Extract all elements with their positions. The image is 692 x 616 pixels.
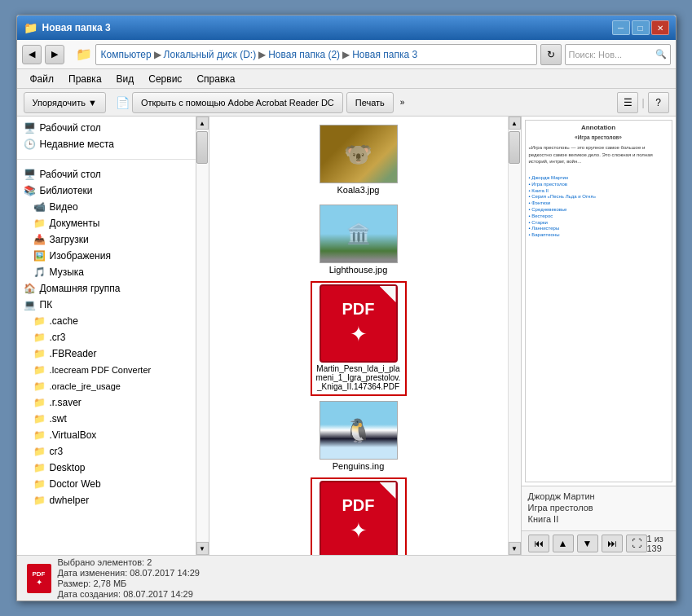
preview-document: Annotation «Игра престолов» «Игра престо… — [525, 120, 672, 482]
breadcrumb[interactable]: Компьютер ▶ Локальный диск (D:) ▶ Новая … — [95, 44, 537, 65]
open-with-adobe-button[interactable]: Открыть с помощью Adobe Acrobat Reader D… — [132, 92, 343, 113]
scroll-thumb[interactable] — [196, 131, 208, 164]
menu-help[interactable]: Справка — [190, 72, 241, 86]
pdf1-label: Martin_Pesn_Ida_i_plameni_1_Igra_prestol… — [314, 363, 403, 393]
file-koala[interactable]: 🐨 Koala3.jpg — [314, 125, 403, 196]
nav-oracle[interactable]: 📁 .oracle_jre_usage — [17, 378, 196, 394]
preview-fullscreen[interactable]: ⛶ — [626, 535, 647, 552]
nav-rsaver[interactable]: 📁 .r.saver — [17, 394, 196, 411]
nav-fbreader[interactable]: 📁 .FBReader — [17, 345, 196, 362]
organize-button[interactable]: Упорядочить ▼ — [24, 92, 106, 113]
nav-dwhelper[interactable]: 📁 dwhelper — [17, 492, 196, 508]
file-area: 🐨 Koala3.jpg 🏛️ Lighthouse.jpg PDF ✦ Mar… — [209, 117, 508, 555]
nav-virtualbox[interactable]: 📁 .VirtualBox — [17, 427, 196, 443]
menu-file[interactable]: Файл — [24, 72, 61, 86]
forward-button[interactable]: ▶ — [45, 45, 64, 64]
search-icon[interactable]: 🔍 — [655, 49, 667, 59]
maximize-button[interactable]: □ — [632, 20, 650, 35]
menu-tools[interactable]: Сервис — [142, 72, 188, 86]
nav-swt[interactable]: 📁 .swt — [17, 411, 196, 427]
nav-downloads[interactable]: 📥 Загрузки — [17, 231, 196, 248]
close-button[interactable]: ✕ — [651, 20, 669, 35]
preview-meta: Джордж Мартин Игра престолов Книга II — [522, 486, 676, 530]
scroll-track[interactable] — [196, 130, 209, 542]
folder-icecream-icon: 📁 — [33, 363, 46, 376]
preview-last-page[interactable]: ⏭ — [602, 535, 623, 552]
nav-pc[interactable]: 💻 ПК — [17, 297, 196, 313]
nav-doctorweb[interactable]: 📁 Doctor Web — [17, 476, 196, 492]
preview-first-page[interactable]: ⏮ — [528, 535, 549, 552]
title-bar-controls: ─ □ ✕ — [612, 20, 669, 35]
view-toggle-button[interactable]: ☰ — [617, 92, 638, 113]
folder-desktop-icon: 📁 — [33, 461, 46, 474]
menu-view[interactable]: Вид — [110, 72, 141, 86]
meta-title: Игра престолов — [528, 503, 669, 513]
folder-icon: 📁 — [76, 46, 92, 62]
breadcrumb-folder1[interactable]: Новая папка (2) — [268, 49, 340, 60]
monitor-icon: 🖥️ — [24, 121, 37, 134]
penguins-thumbnail: 🐧 — [320, 401, 398, 460]
preview-panel: Annotation «Игра престолов» «Игра престо… — [521, 117, 676, 555]
file-scroll-thumb[interactable] — [509, 131, 520, 164]
preview-next-page[interactable]: ▼ — [577, 535, 598, 552]
file-pdf1[interactable]: PDF ✦ Martin_Pesn_Ida_i_plameni_1_Igra_p… — [314, 284, 403, 393]
nav-libraries[interactable]: 📚 Библиотеки — [17, 183, 196, 199]
search-box[interactable]: Поиск: Нов... 🔍 — [565, 44, 671, 65]
breadcrumb-folder2[interactable]: Новая папка 3 — [352, 49, 417, 60]
folder-vbox-icon: 📁 — [33, 429, 46, 442]
status-pdf-icon: PDF ✦ — [27, 564, 51, 593]
koala-thumbnail: 🐨 — [320, 125, 398, 183]
main-content: 🖥️ Рабочий стол 🕒 Недавние места 🖥️ Рабо… — [17, 117, 676, 555]
nav-images[interactable]: 🖼️ Изображения — [17, 248, 196, 264]
file-scroll-track[interactable] — [509, 130, 521, 542]
left-scrollbar[interactable]: ▲ ▼ — [196, 117, 209, 555]
scroll-up-arrow[interactable]: ▲ — [196, 117, 209, 130]
preview-doc-content: «Игра престолов» «Игра престолов» — это … — [529, 134, 668, 239]
minimize-button[interactable]: ─ — [612, 20, 630, 35]
help-button[interactable]: ? — [648, 92, 669, 113]
more-tools-button[interactable]: » — [397, 98, 408, 107]
music-icon: 🎵 — [33, 266, 46, 279]
toolbar-sep: | — [641, 97, 644, 108]
meta-title-row: Игра престолов — [528, 503, 669, 513]
breadcrumb-disk[interactable]: Локальный диск (D:) — [164, 49, 257, 60]
nav-recent[interactable]: 🕒 Недавние места — [17, 136, 196, 152]
nav-video[interactable]: 📹 Видео — [17, 199, 196, 215]
nav-homegroup[interactable]: 🏠 Домашняя группа — [17, 280, 196, 297]
nav-cr3-2[interactable]: 📁 cr3 — [17, 443, 196, 460]
pc-icon: 💻 — [24, 298, 37, 311]
images-icon: 🖼️ — [33, 249, 46, 262]
nav-desktop-folder[interactable]: 📁 Desktop — [17, 460, 196, 476]
nav-cr3[interactable]: 📁 .cr3 — [17, 329, 196, 345]
meta-book: Книга II — [528, 514, 669, 524]
menu-edit[interactable]: Правка — [62, 72, 108, 86]
nav-documents[interactable]: 📁 Документы — [17, 215, 196, 231]
status-selected: Выбрано элементов: 2 — [58, 557, 200, 567]
file-scroll-up[interactable]: ▲ — [509, 117, 521, 130]
status-info: Выбрано элементов: 2 Дата изменения: 08.… — [58, 557, 200, 599]
folder-fbreader-icon: 📁 — [33, 347, 46, 360]
file-penguins[interactable]: 🐧 Penguins.ing — [314, 401, 403, 473]
nav-cache[interactable]: 📁 .cache — [17, 313, 196, 329]
preview-prev-page[interactable]: ▲ — [553, 535, 574, 552]
file-scrollbar[interactable]: ▲ ▼ — [508, 117, 521, 555]
nav-music[interactable]: 🎵 Музыка — [17, 264, 196, 280]
file-lighthouse[interactable]: 🏛️ Lighthouse.jpg — [314, 205, 403, 276]
nav-desktop[interactable]: 🖥️ Рабочий стол — [17, 166, 196, 183]
nav-desktop-fav[interactable]: 🖥️ Рабочий стол — [17, 120, 196, 136]
breadcrumb-computer[interactable]: Компьютер — [101, 49, 152, 60]
file-scroll-down[interactable]: ▼ — [509, 542, 521, 555]
refresh-button[interactable]: ↻ — [540, 44, 562, 65]
back-button[interactable]: ◀ — [22, 45, 42, 64]
scroll-down-arrow[interactable]: ▼ — [196, 542, 209, 555]
nav-icecream[interactable]: 📁 .Icecream PDF Converter — [17, 362, 196, 378]
folder-cr3-2-icon: 📁 — [33, 445, 46, 458]
search-placeholder: Поиск: Нов... — [569, 50, 655, 59]
file-pdf2[interactable]: PDF ✦ Two_broth.PDF — [314, 481, 403, 555]
pdf2-icon: PDF ✦ — [320, 481, 398, 555]
video-icon: 📹 — [33, 200, 46, 213]
preview-doc-title: Annotation — [529, 124, 668, 131]
preview-nav-buttons: ⏮ ▲ ▼ ⏭ ⛶ — [528, 535, 647, 552]
meta-author-row: Джордж Мартин — [528, 491, 669, 501]
print-button[interactable]: Печать — [346, 92, 394, 113]
